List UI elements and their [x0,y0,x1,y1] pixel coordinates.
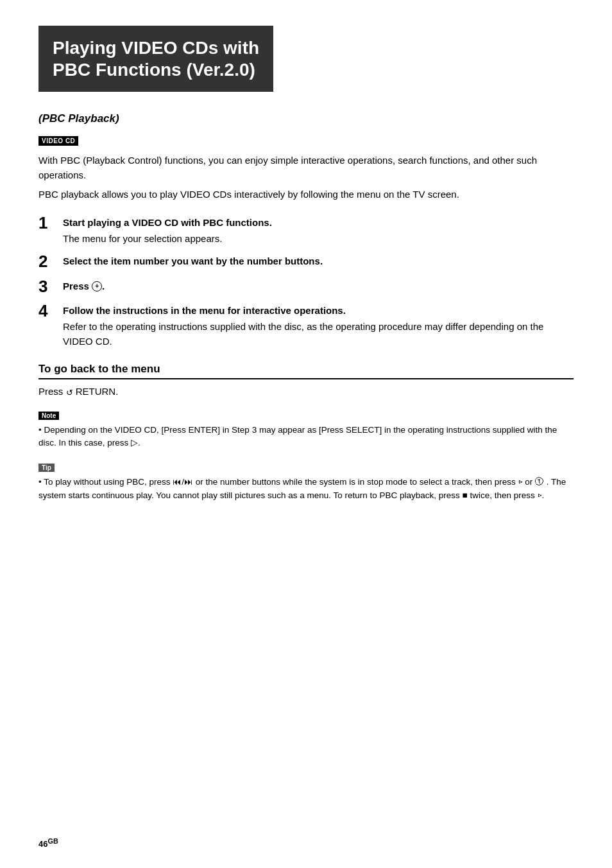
step-1-desc: The menu for your selection appears. [63,232,574,247]
tip-badge: Tip [38,464,55,472]
step-4-title: Follow the instructions in the menu for … [63,304,574,317]
step-3-title: Press +. [63,279,574,293]
step-1-title: Start playing a VIDEO CD with PBC functi… [63,216,574,229]
steps-section: 1 Start playing a VIDEO CD with PBC func… [38,214,574,349]
go-back-section: To go back to the menu Press ↺ RETURN. [38,363,574,397]
note-badge: Note [38,412,59,420]
step-4-content: Follow the instructions in the menu for … [63,302,574,349]
title-box: Playing VIDEO CDs with PBC Functions (Ve… [38,26,273,92]
tip-content: • To play without using PBC, press ⏮/⏭ o… [38,476,574,502]
page-title: Playing VIDEO CDs with PBC Functions (Ve… [53,37,259,80]
step-2-content: Select the item number you want by the n… [63,252,574,268]
subtitle: (PBC Playback) [38,112,574,125]
return-icon: ↺ [66,388,73,397]
step-2: 2 Select the item number you want by the… [38,252,574,271]
step-3-content: Press +. [63,277,574,293]
intro-paragraph-2: PBC playback allows you to play VIDEO CD… [38,187,574,202]
note-content: • Depending on the VIDEO CD, [Press ENTE… [38,424,574,450]
step-4-number: 4 [38,302,63,320]
note-section: Note • Depending on the VIDEO CD, [Press… [38,409,574,450]
intro-paragraph-1: With PBC (Playback Control) functions, y… [38,153,574,182]
step-1-content: Start playing a VIDEO CD with PBC functi… [63,214,574,247]
step-1: 1 Start playing a VIDEO CD with PBC func… [38,214,574,247]
step-2-title: Select the item number you want by the n… [63,254,574,268]
step-4-desc: Refer to the operating instructions supp… [63,320,574,349]
go-back-title: To go back to the menu [38,363,574,379]
step-2-number: 2 [38,252,63,271]
tip-section: Tip • To play without using PBC, press ⏮… [38,461,574,502]
enter-icon: + [92,281,102,291]
step-3: 3 Press +. [38,277,574,296]
step-3-number: 3 [38,277,63,296]
go-back-text: Press ↺ RETURN. [38,386,574,397]
step-1-number: 1 [38,214,63,232]
video-cd-badge: VIDEO CD [38,136,78,146]
step-4: 4 Follow the instructions in the menu fo… [38,302,574,349]
page-number: 46GB [38,837,58,849]
